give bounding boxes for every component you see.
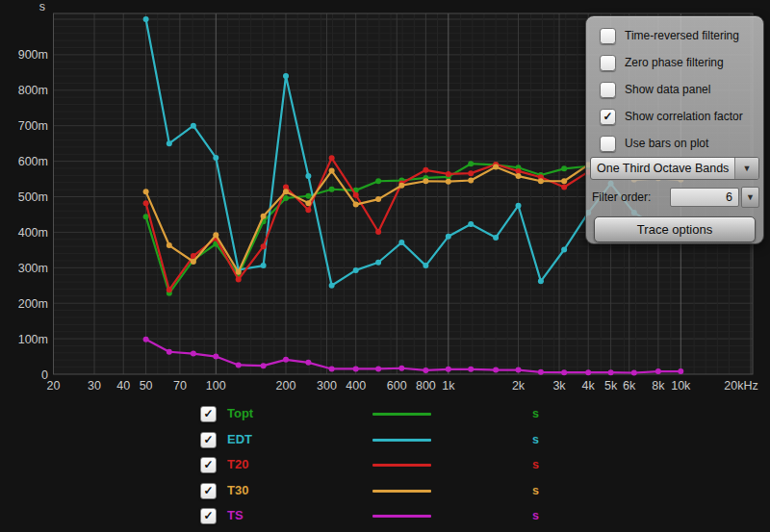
data-point-TS — [375, 366, 381, 371]
data-point-EDT — [423, 263, 428, 268]
data-point-T30 — [261, 214, 267, 219]
data-point-EDT — [446, 234, 451, 240]
data-point-EDT — [213, 155, 218, 161]
panel-checkbox[interactable] — [600, 55, 616, 71]
data-point-EDT — [353, 267, 359, 273]
x-tick-label: 400 — [346, 379, 366, 393]
y-axis-unit-label: s — [39, 0, 45, 13]
data-point-EDT — [167, 140, 172, 146]
x-tick-label: 30 — [88, 379, 101, 393]
data-point-T20 — [261, 243, 267, 249]
data-point-T30 — [446, 179, 451, 185]
data-point-TS — [143, 337, 149, 342]
legend-checkbox-EDT[interactable]: ✓ — [200, 432, 217, 448]
x-tick-label: 1k — [442, 379, 455, 393]
data-point-T20 — [468, 170, 474, 176]
y-tick-label: 400m — [18, 226, 48, 240]
band-select-value: One Third Octave Bands — [591, 158, 734, 179]
legend-checkbox-T30[interactable]: ✓ — [200, 483, 217, 499]
data-point-T30 — [236, 269, 242, 275]
data-point-T20 — [329, 155, 335, 161]
data-point-T20 — [516, 168, 522, 174]
data-point-T20 — [561, 185, 567, 190]
x-tick-label: 300 — [317, 379, 337, 393]
data-point-TS — [353, 366, 359, 371]
data-point-T30 — [493, 165, 499, 170]
panel-row: ✓Show correlation factor — [586, 103, 763, 130]
data-point-EDT — [305, 173, 311, 179]
data-point-T30 — [283, 189, 289, 194]
data-point-TS — [423, 367, 428, 373]
x-tick-label: 800 — [416, 379, 436, 393]
data-point-TS — [167, 349, 172, 355]
y-tick-label: 900m — [18, 48, 48, 62]
data-point-TS — [329, 366, 335, 371]
x-tick-label: 3k — [552, 379, 566, 393]
legend-line-sample — [372, 515, 431, 518]
legend-checkbox-Topt[interactable]: ✓ — [200, 406, 217, 422]
data-point-TS — [655, 368, 661, 374]
band-select-dropdown[interactable]: One Third Octave Bands ▼ — [590, 157, 759, 180]
panel-checkbox-label: Show correlation factor — [625, 110, 743, 123]
data-point-EDT — [283, 73, 289, 79]
data-point-T20 — [446, 171, 451, 177]
data-point-T20 — [353, 192, 359, 198]
y-tick-label: 700m — [18, 119, 48, 133]
x-tick-label: 200 — [276, 379, 296, 393]
panel-checkbox[interactable] — [600, 28, 616, 44]
panel-checkbox-label: Use bars on plot — [625, 137, 708, 150]
y-tick-label: 300m — [18, 262, 48, 275]
x-tick-label: 2k — [512, 379, 526, 393]
panel-checkbox[interactable]: ✓ — [600, 109, 616, 125]
y-tick-label: 600m — [18, 155, 48, 168]
data-point-T30 — [375, 196, 381, 202]
legend-unit: s — [532, 509, 539, 522]
legend-unit: s — [532, 484, 539, 497]
x-tick-label: 20 — [47, 379, 61, 393]
panel-row: Show data panel — [586, 76, 763, 103]
data-point-TS — [236, 362, 242, 367]
data-point-T30 — [191, 259, 196, 265]
data-point-EDT — [493, 235, 499, 241]
data-point-TS — [608, 369, 614, 375]
trace-options-button[interactable]: Trace options — [594, 216, 756, 242]
data-point-EDT — [561, 246, 567, 252]
legend-line-sample — [372, 464, 431, 467]
chevron-down-icon[interactable]: ▼ — [734, 158, 758, 179]
data-point-T30 — [353, 202, 359, 208]
legend-label: T20 — [227, 457, 248, 471]
x-tick-label: 5k — [604, 379, 618, 393]
x-tick-label: 40 — [116, 379, 130, 393]
data-point-EDT — [191, 123, 196, 129]
data-point-T20 — [305, 207, 311, 213]
legend-row-TS: ✓TSs — [0, 507, 597, 526]
data-point-T20 — [143, 200, 149, 206]
panel-checkbox[interactable] — [600, 82, 616, 98]
data-point-T20 — [423, 167, 428, 173]
legend-row-EDT: ✓EDTs — [0, 431, 597, 450]
filter-order-field[interactable]: 6 — [670, 188, 739, 207]
data-point-EDT — [516, 203, 522, 209]
panel-checkbox-rows: Time-reversed filteringZero phase filter… — [586, 16, 763, 157]
data-point-TS — [516, 367, 522, 373]
data-point-TS — [305, 360, 311, 366]
legend-checkbox-TS[interactable]: ✓ — [200, 508, 217, 524]
legend-checkbox-T20[interactable]: ✓ — [200, 457, 217, 473]
x-tick-label: 100 — [206, 379, 226, 393]
data-point-Topt — [468, 161, 474, 166]
chevron-down-icon[interactable]: ▼ — [741, 187, 759, 208]
data-point-T30 — [561, 178, 567, 184]
data-point-TS — [468, 367, 474, 372]
legend-line-sample — [372, 439, 431, 442]
data-point-TS — [493, 367, 499, 373]
panel-checkbox[interactable] — [600, 136, 616, 152]
legend-label: TS — [227, 508, 244, 522]
y-tick-label: 800m — [18, 84, 48, 97]
x-tick-label: 600 — [387, 379, 407, 393]
data-point-T20 — [167, 287, 172, 292]
x-tick-label: 6k — [623, 379, 636, 393]
legend-label: Topt — [227, 406, 253, 420]
data-point-T20 — [375, 229, 381, 235]
data-point-T30 — [468, 178, 474, 184]
data-point-EDT — [329, 283, 335, 289]
